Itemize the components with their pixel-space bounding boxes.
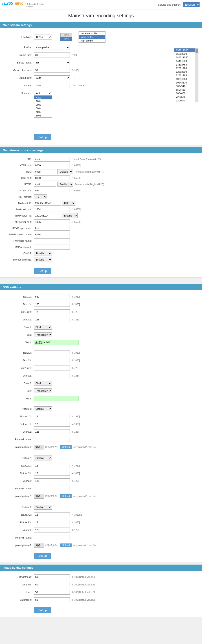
language-select[interactable]: English [183, 2, 200, 7]
rtmp-server-port-input[interactable] [34, 220, 70, 224]
http-input[interactable] [34, 156, 70, 162]
rtmp-user-input[interactable] [34, 238, 70, 243]
profile-main[interactable]: main profile [79, 35, 105, 39]
picture2-name-input[interactable] [34, 486, 70, 491]
hls-port-input[interactable] [34, 176, 70, 180]
multicast-ip-input[interactable] [34, 200, 61, 206]
upload-p1-btn[interactable]: Upload [60, 445, 72, 449]
multicast-proto-select[interactable]: UDP [62, 200, 76, 206]
fluct-10[interactable]: 10% [34, 100, 52, 103]
res-1440x900[interactable]: 1440x900 [174, 59, 195, 63]
text2-y-input[interactable] [34, 358, 70, 363]
res-720x540[interactable]: 720x540 [174, 99, 195, 102]
res-scroll-thumb[interactable] [196, 49, 198, 53]
res-720x576[interactable]: 720x576 [174, 95, 195, 99]
bg1-select[interactable]: Transparent [34, 332, 52, 337]
alpha-p3-input[interactable] [34, 528, 70, 532]
frame-rate-input[interactable]: 30 [34, 52, 70, 58]
res-1024x576[interactable]: 1024x576 [174, 81, 195, 84]
res-1360[interactable]: 1360x768 [174, 63, 195, 66]
rtmp-pass-input[interactable] [34, 244, 70, 250]
browse-p3-btn[interactable]: 浏览... [34, 543, 44, 548]
hls-disable-select[interactable]: Disable [58, 169, 73, 174]
picture1-name-input[interactable] [34, 437, 70, 442]
picture3-y-input[interactable] [34, 520, 70, 525]
profile-high[interactable]: high profile [79, 39, 105, 42]
enc-type-select[interactable]: H.264 [34, 34, 52, 40]
text1-x-input[interactable] [34, 294, 70, 299]
bitrate-input[interactable] [34, 83, 70, 88]
fluct-20[interactable]: 20% [34, 103, 52, 106]
profile-baseline[interactable]: baseline profile [79, 32, 105, 35]
font1-size-input[interactable] [34, 310, 70, 314]
alpha2-input[interactable] [34, 373, 70, 378]
res-850[interactable]: 850x480 [174, 88, 195, 92]
text1-input[interactable] [34, 340, 79, 345]
res-1280x720[interactable]: 1280x720 [174, 66, 195, 70]
group-input[interactable] [34, 68, 70, 73]
saturation-input[interactable] [34, 597, 70, 602]
color2-select[interactable]: Black [34, 381, 52, 386]
enc-h264-btn[interactable]: H.264 [60, 33, 72, 37]
browse-p1-btn[interactable]: 浏览... [34, 445, 44, 450]
picture3-select[interactable]: Disable [34, 505, 52, 510]
bg2-select[interactable]: Transparent [34, 388, 52, 393]
picture1-x-input[interactable] [34, 414, 70, 419]
res-1920[interactable]: 1920x1080 [174, 48, 195, 52]
text2-value-input[interactable] [34, 396, 79, 401]
rtsp-port-input[interactable] [34, 188, 70, 193]
fluct-auto[interactable]: Auto [34, 96, 52, 100]
fluctuate-select[interactable]: Auto [34, 91, 52, 96]
fluct-50[interactable]: 50% [34, 114, 52, 117]
brightness-input[interactable] [34, 574, 70, 580]
rtmp-stream-input[interactable] [34, 232, 70, 237]
picture2-x-input[interactable] [34, 463, 70, 468]
onvif-select[interactable]: Disable [34, 251, 52, 256]
protocol-setup-btn[interactable]: Set up [34, 268, 52, 274]
hls-input[interactable] [34, 169, 56, 174]
res-scrollbar[interactable] [195, 48, 198, 102]
fluct-40[interactable]: 40% [34, 110, 52, 114]
profile-select[interactable]: main profile [34, 45, 70, 50]
res-1280x800[interactable]: 1280x800 [174, 70, 195, 74]
multicast-port-input[interactable] [34, 207, 70, 212]
rtmp-disable-select[interactable]: Disable [62, 213, 78, 218]
text2-x-input[interactable] [34, 350, 70, 355]
http-port-input[interactable] [34, 163, 70, 168]
res-1440x1050[interactable]: 1440x1050 [174, 56, 195, 59]
bitrate-mode-select[interactable]: cbr [34, 60, 70, 65]
color1-select[interactable]: Black [34, 325, 52, 330]
picture1-y-input[interactable] [34, 422, 70, 426]
picture2-select[interactable]: Disable [34, 456, 52, 460]
rtsp-format-select[interactable]: TS [34, 194, 47, 199]
contrast-input[interactable] [34, 582, 70, 587]
picture3-name-input[interactable] [34, 535, 70, 540]
fluct-30[interactable]: 30% [34, 106, 52, 110]
res-1280x768[interactable]: 1280x768 [174, 74, 195, 77]
rtsp-enable-select[interactable]: Enable [58, 182, 73, 187]
picture2-y-input[interactable] [34, 471, 70, 476]
font2-size-input[interactable] [34, 366, 70, 370]
output-size-select[interactable]: Auto [34, 76, 70, 80]
res-1024x768[interactable]: 1024x768 [174, 77, 195, 81]
rtsp-input[interactable] [34, 182, 56, 187]
res-800[interactable]: 800x600 [174, 92, 195, 95]
text1-y-input[interactable] [34, 302, 70, 307]
upload-p2-btn[interactable]: Upload [60, 494, 72, 498]
iot-select[interactable]: Disable [34, 257, 52, 262]
browse-p2-btn[interactable]: 浏览... [34, 494, 44, 498]
picture1-select[interactable]: Disable [34, 406, 52, 411]
upload-p3-btn[interactable]: Upload [60, 544, 72, 547]
rtmp-app-input[interactable] [34, 226, 70, 231]
alpha-p2-input[interactable] [34, 478, 70, 483]
alpha1-input[interactable] [34, 317, 70, 322]
rtmp-server-input[interactable] [34, 213, 61, 218]
osd-setup-btn[interactable]: Set up [34, 553, 52, 559]
hue-input[interactable] [34, 590, 70, 595]
main-stream-setup-btn[interactable]: Set up [34, 134, 52, 140]
iq-setup-btn[interactable]: Set up [34, 607, 52, 613]
picture3-x-input[interactable] [34, 512, 70, 517]
res-1600[interactable]: 1600x900 [174, 52, 195, 56]
alpha-p1-input[interactable] [34, 429, 70, 434]
res-960[interactable]: 960x540 [174, 84, 195, 88]
